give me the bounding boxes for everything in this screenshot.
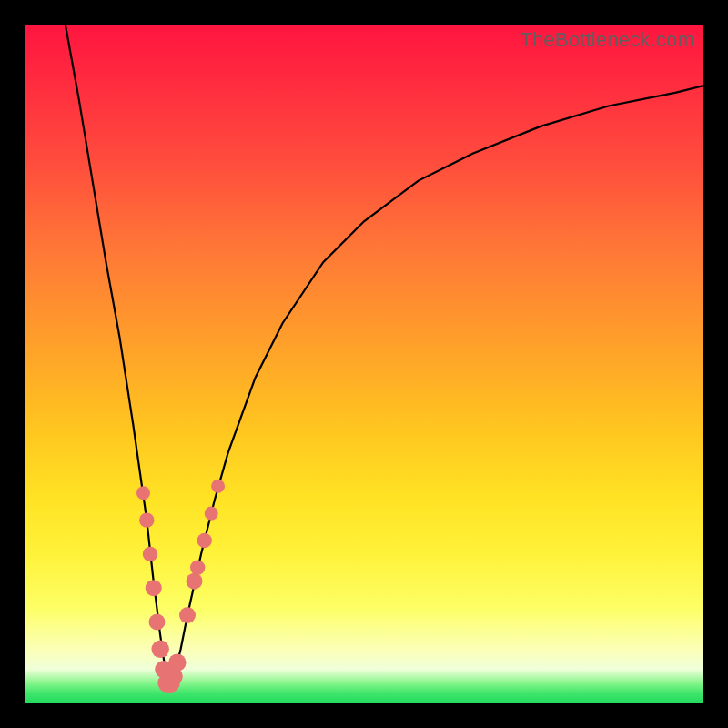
marker-dot bbox=[152, 641, 169, 658]
marker-dot bbox=[143, 547, 157, 561]
chart-frame: TheBottleneck.com bbox=[0, 0, 728, 728]
curve-right-branch bbox=[167, 86, 703, 683]
marker-dot bbox=[205, 507, 218, 521]
plot-area: TheBottleneck.com bbox=[25, 25, 703, 703]
marker-dot bbox=[139, 512, 154, 527]
marker-dot bbox=[190, 561, 205, 575]
marker-dot bbox=[146, 580, 162, 596]
marker-dot bbox=[149, 614, 166, 631]
marker-dot bbox=[197, 533, 212, 548]
marker-group bbox=[136, 480, 225, 693]
marker-dot bbox=[168, 654, 186, 672]
marker-dot bbox=[136, 486, 150, 500]
marker-dot bbox=[211, 480, 225, 493]
chart-svg bbox=[25, 25, 703, 703]
marker-dot bbox=[179, 607, 196, 623]
marker-dot bbox=[187, 573, 203, 590]
curve-group bbox=[66, 25, 703, 683]
